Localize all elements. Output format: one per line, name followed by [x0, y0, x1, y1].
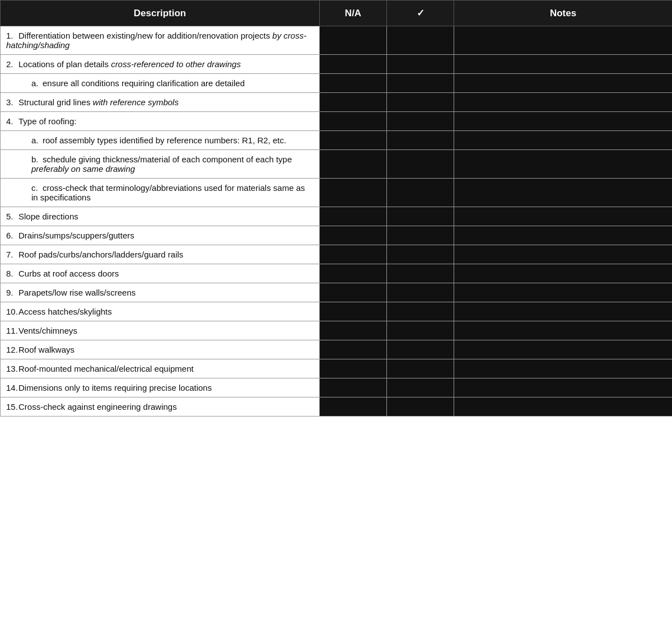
- notes-cell: [454, 245, 673, 264]
- item-number: 7.: [6, 250, 18, 259]
- item-number: 4.: [6, 116, 18, 126]
- table-row: 5. Slope directions: [1, 207, 673, 226]
- check-cell: [387, 179, 454, 207]
- sub-letter: b.: [31, 155, 43, 164]
- table-row: 2. Locations of plan details cross-refer…: [1, 55, 673, 74]
- item-number: 11.: [6, 326, 18, 335]
- check-cell: [387, 264, 454, 283]
- notes-cell: [454, 226, 673, 245]
- check-cell: [387, 93, 454, 112]
- italic-text: with reference symbols: [93, 97, 179, 107]
- notes-cell: [454, 378, 673, 397]
- na-cell: [320, 283, 387, 302]
- table-row: b. schedule giving thickness/material of…: [1, 150, 673, 179]
- description-cell: 10. Access hatches/skylights: [1, 302, 320, 321]
- check-cell: [387, 359, 454, 378]
- item-number: 3.: [6, 97, 18, 107]
- italic-text: by cross-hatching/shading: [6, 31, 306, 50]
- table-row: 10. Access hatches/skylights: [1, 302, 673, 321]
- item-number: 12.: [6, 345, 18, 354]
- item-number: 2.: [6, 59, 18, 69]
- table-row: 15. Cross-check against engineering draw…: [1, 397, 673, 417]
- description-cell: 7. Roof pads/curbs/anchors/ladders/guard…: [1, 245, 320, 264]
- notes-cell: [454, 207, 673, 226]
- na-cell: [320, 74, 387, 93]
- notes-cell: [454, 321, 673, 340]
- check-cell: [387, 112, 454, 131]
- table-row: 3. Structural grid lines with reference …: [1, 93, 673, 112]
- notes-cell: [454, 74, 673, 93]
- table-row: 12. Roof walkways: [1, 340, 673, 359]
- description-cell: a. ensure all conditions requiring clari…: [1, 74, 320, 93]
- check-cell: [387, 131, 454, 150]
- check-cell: [387, 74, 454, 93]
- item-number: 14.: [6, 383, 18, 392]
- table-row: 7. Roof pads/curbs/anchors/ladders/guard…: [1, 245, 673, 264]
- check-cell: [387, 245, 454, 264]
- notes-cell: [454, 112, 673, 131]
- na-cell: [320, 245, 387, 264]
- table-row: 11. Vents/chimneys: [1, 321, 673, 340]
- table-row: 8. Curbs at roof access doors: [1, 264, 673, 283]
- table-row: a. roof assembly types identified by ref…: [1, 131, 673, 150]
- description-cell: 11. Vents/chimneys: [1, 321, 320, 340]
- na-cell: [320, 207, 387, 226]
- sub-letter: a.: [31, 135, 43, 145]
- na-header: N/A: [320, 1, 387, 26]
- description-cell: c. cross-check that terminology/abbrevia…: [1, 179, 320, 207]
- na-cell: [320, 26, 387, 55]
- notes-cell: [454, 131, 673, 150]
- check-cell: [387, 321, 454, 340]
- table-row: 13. Roof-mounted mechanical/electrical e…: [1, 359, 673, 378]
- na-cell: [320, 150, 387, 179]
- sub-letter: a.: [31, 78, 43, 88]
- item-number: 13.: [6, 364, 18, 373]
- check-cell: [387, 26, 454, 55]
- na-cell: [320, 302, 387, 321]
- checklist-table: Description N/A ✓ Notes 1. Differentiati…: [0, 0, 672, 417]
- description-cell: 4. Type of roofing:: [1, 112, 320, 131]
- check-cell: [387, 397, 454, 417]
- item-number: 9.: [6, 288, 18, 297]
- notes-cell: [454, 359, 673, 378]
- description-cell: 3. Structural grid lines with reference …: [1, 93, 320, 112]
- notes-cell: [454, 26, 673, 55]
- na-cell: [320, 340, 387, 359]
- item-number: 10.: [6, 307, 18, 316]
- check-cell: [387, 55, 454, 74]
- notes-cell: [454, 150, 673, 179]
- description-cell: 13. Roof-mounted mechanical/electrical e…: [1, 359, 320, 378]
- table-row: c. cross-check that terminology/abbrevia…: [1, 179, 673, 207]
- check-cell: [387, 150, 454, 179]
- description-cell: 1. Differentiation between existing/new …: [1, 26, 320, 55]
- item-number: 8.: [6, 269, 18, 278]
- description-cell: 6. Drains/sumps/scuppers/gutters: [1, 226, 320, 245]
- table-row: 4. Type of roofing:: [1, 112, 673, 131]
- italic-text: cross-referenced to other drawings: [111, 59, 241, 69]
- na-cell: [320, 131, 387, 150]
- check-cell: [387, 340, 454, 359]
- table-row: 14. Dimensions only to items requiring p…: [1, 378, 673, 397]
- item-number: 15.: [6, 402, 18, 411]
- check-cell: [387, 302, 454, 321]
- description-cell: 15. Cross-check against engineering draw…: [1, 397, 320, 417]
- na-cell: [320, 359, 387, 378]
- na-cell: [320, 397, 387, 417]
- check-header: ✓: [387, 1, 454, 26]
- description-cell: 14. Dimensions only to items requiring p…: [1, 378, 320, 397]
- description-cell: 2. Locations of plan details cross-refer…: [1, 55, 320, 74]
- na-cell: [320, 179, 387, 207]
- italic-text: preferably on same drawing: [31, 164, 135, 174]
- header-row: Description N/A ✓ Notes: [1, 1, 673, 26]
- check-cell: [387, 283, 454, 302]
- sub-letter: c.: [31, 183, 43, 193]
- item-number: 6.: [6, 231, 18, 240]
- notes-cell: [454, 179, 673, 207]
- na-cell: [320, 93, 387, 112]
- na-cell: [320, 378, 387, 397]
- description-cell: a. roof assembly types identified by ref…: [1, 131, 320, 150]
- na-cell: [320, 226, 387, 245]
- na-cell: [320, 264, 387, 283]
- notes-cell: [454, 264, 673, 283]
- description-header: Description: [1, 1, 320, 26]
